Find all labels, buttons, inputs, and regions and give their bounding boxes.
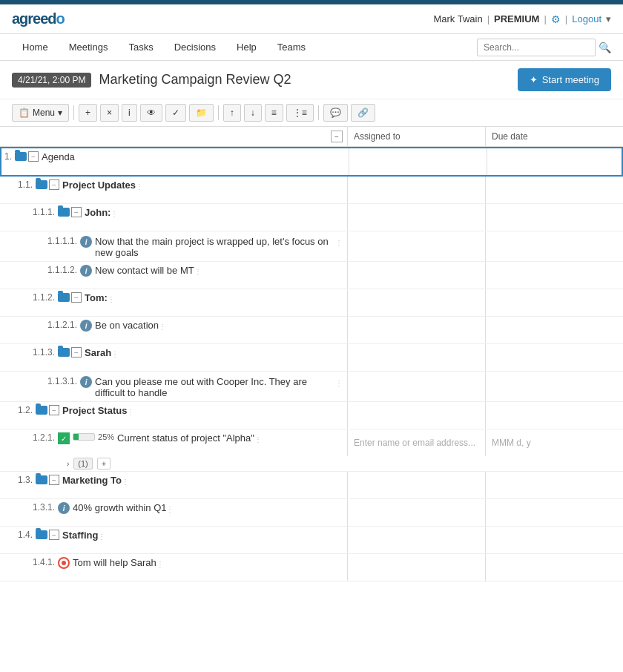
assigned-cell xyxy=(347,402,485,429)
view-button[interactable]: 👁 xyxy=(140,104,162,122)
drag-handle[interactable]: ⋮ xyxy=(136,179,143,191)
drag-handle[interactable]: ⋮ xyxy=(111,347,119,358)
row-number: 1.3. xyxy=(18,475,33,485)
info-icon: i xyxy=(80,376,92,388)
search-input[interactable] xyxy=(477,39,596,56)
minus-box-icon: − xyxy=(49,475,59,485)
add-item-button[interactable]: + xyxy=(79,104,97,122)
meeting-title: Marketing Campaign Review Q2 xyxy=(99,72,291,88)
toolbar: 📋 Menu ▾ + × i 👁 ✓ 📁 ↑ ↓ ≡ ⋮≡ 💬 🔗 xyxy=(0,99,623,127)
nav-decisions[interactable]: Decisions xyxy=(164,34,226,60)
nav-bar: Home Meetings Tasks Decisions Help Teams… xyxy=(0,34,623,61)
row-label: Tom: xyxy=(85,292,108,303)
gear-button[interactable]: ⚙ xyxy=(551,13,561,25)
move-up-button[interactable]: ↑ xyxy=(223,104,241,122)
nav-tasks[interactable]: Tasks xyxy=(118,34,163,60)
drag-handle[interactable]: ⋮ xyxy=(98,530,105,541)
assigned-cell xyxy=(347,231,485,261)
check-button[interactable]: ✓ xyxy=(165,104,186,122)
nav-home[interactable]: Home xyxy=(12,34,59,60)
row-label: Sarah xyxy=(85,347,111,358)
user-name: Mark Twain xyxy=(433,13,482,24)
table-row: 1.1.2.1. i Be on vacation ⋮ xyxy=(0,317,623,344)
table-row: 1.1.2. − Tom: ⋮ xyxy=(0,289,623,317)
drag-handle[interactable]: ⋮ xyxy=(254,432,262,444)
nav-teams[interactable]: Teams xyxy=(267,34,316,60)
search-button[interactable]: 🔍 xyxy=(599,42,611,53)
link-button[interactable]: 🔗 xyxy=(351,104,375,122)
row-number: 1.1.1.2. xyxy=(47,265,77,275)
user-menu-chevron[interactable]: ▾ xyxy=(606,13,611,24)
minus-box-icon: − xyxy=(28,151,39,162)
drag-handle[interactable]: ⋮ xyxy=(194,265,202,276)
delete-item-button[interactable]: × xyxy=(100,104,119,122)
assigned-cell xyxy=(347,262,485,289)
agenda-title-input[interactable] xyxy=(42,151,344,162)
row-number: 1.1.3.1. xyxy=(47,376,77,386)
drag-handle[interactable]: ⋮ xyxy=(108,292,115,303)
indent-button[interactable]: ≡ xyxy=(265,104,283,122)
drag-handle[interactable]: ⋮ xyxy=(335,236,343,247)
assigned-cell xyxy=(347,554,485,581)
row-number: 1.3.1. xyxy=(33,502,55,513)
row-label: New contact will be MT xyxy=(95,265,194,276)
due-cell xyxy=(485,231,623,261)
meeting-bar: 4/21/21, 2:00 PM Marketing Campaign Revi… xyxy=(0,61,623,99)
nav-meetings[interactable]: Meetings xyxy=(59,34,119,60)
drag-handle[interactable]: ⋮ xyxy=(335,376,343,387)
progress-bar xyxy=(73,433,95,441)
progress-fill xyxy=(73,434,79,440)
row-label: Staffing xyxy=(62,530,98,541)
drag-handle[interactable]: ⋮ xyxy=(159,320,166,331)
comment-button[interactable]: 💬 xyxy=(323,104,348,122)
drag-handle[interactable]: ⋮ xyxy=(156,557,164,568)
col-agenda-header: − xyxy=(0,127,347,146)
assigned-cell xyxy=(347,204,485,231)
nav-links: Home Meetings Tasks Decisions Help Teams xyxy=(12,34,316,60)
row-number: 1.2.1. xyxy=(33,432,55,443)
row-number: 1.4. xyxy=(18,530,33,540)
move-down-button[interactable]: ↓ xyxy=(244,104,262,122)
minus-box-icon: − xyxy=(71,347,82,358)
row-label: Can you please me out with Cooper Inc. T… xyxy=(95,376,335,398)
row-number: 1.1. xyxy=(18,179,33,190)
meeting-date-badge: 4/21/21, 2:00 PM xyxy=(12,73,91,88)
due-cell xyxy=(485,289,623,316)
row-label: Now that the main project is wrapped up,… xyxy=(95,236,335,258)
table-row: 1.1.1.2. i New contact will be MT ⋮ xyxy=(0,262,623,289)
start-meeting-icon: ✦ xyxy=(530,74,538,85)
nav-help[interactable]: Help xyxy=(226,34,267,60)
assigned-cell xyxy=(347,344,485,371)
menu-button[interactable]: 📋 Menu ▾ xyxy=(12,104,69,122)
content-area: 1. − 1.1. − Project Updates ⋮ 1.1.1. xyxy=(0,147,623,582)
due-cell xyxy=(485,372,623,401)
start-meeting-button[interactable]: ✦ Start meeting xyxy=(518,68,611,91)
drag-handle[interactable]: ⋮ xyxy=(122,475,129,486)
assigned-cell xyxy=(347,372,485,401)
assigned-input-cell[interactable]: Enter name or email address... xyxy=(347,429,485,456)
progress-percent: 25% xyxy=(98,432,114,441)
table-row: 1.1.1.1. i Now that the main project is … xyxy=(0,231,623,262)
folder-button[interactable]: 📁 xyxy=(189,104,214,122)
drag-handle[interactable]: ⋮ xyxy=(127,405,134,416)
row-number: 1.2. xyxy=(18,405,33,415)
drag-handle[interactable]: ⋮ xyxy=(166,502,174,513)
collapse-all-button[interactable]: − xyxy=(331,131,343,142)
info-button[interactable]: i xyxy=(122,104,137,122)
row-number: 1.1.1. xyxy=(33,207,55,217)
logout-button[interactable]: Logout xyxy=(572,13,601,24)
due-cell xyxy=(485,177,623,203)
info-icon: i xyxy=(58,502,70,514)
folder-icon xyxy=(58,293,70,302)
table-row: 1.1.3. − Sarah ⋮ xyxy=(0,344,623,372)
table-row: 1.4. − Staffing ⋮ xyxy=(0,527,623,554)
assigned-cell xyxy=(347,289,485,316)
expand-chevron-icon[interactable]: › xyxy=(67,460,69,468)
outdent-button[interactable]: ⋮≡ xyxy=(286,104,314,122)
add-sub-item-button[interactable]: + xyxy=(97,458,111,470)
table-row: 1.3.1. i 40% growth within Q1 ⋮ xyxy=(0,499,623,527)
assigned-cell xyxy=(347,499,485,526)
folder-icon xyxy=(58,208,70,217)
due-input-cell[interactable]: MMM d, y xyxy=(485,429,623,456)
drag-handle[interactable]: ⋮ xyxy=(111,207,118,218)
